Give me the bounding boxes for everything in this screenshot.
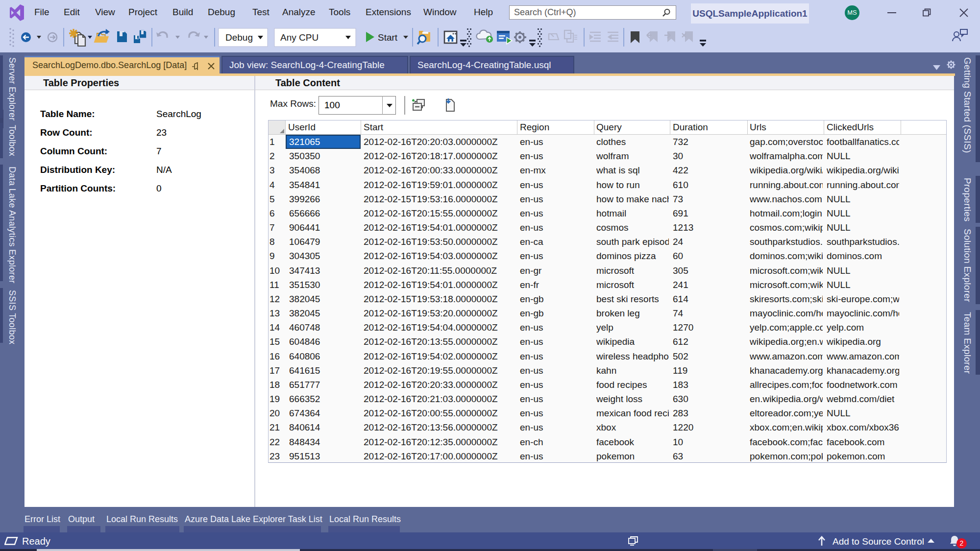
svg-text:Debug: Debug bbox=[225, 32, 253, 43]
svg-text:Any CPU: Any CPU bbox=[280, 32, 318, 43]
svg-text:Start: Start bbox=[378, 32, 398, 43]
